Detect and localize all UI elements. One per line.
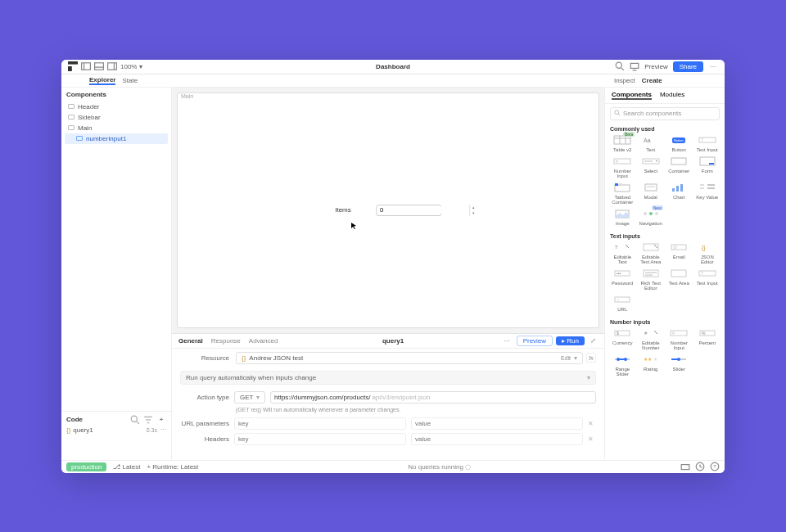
close-icon[interactable]: ✕ bbox=[588, 420, 596, 427]
tree-item-main[interactable]: Main bbox=[65, 123, 168, 133]
component-password[interactable]: •••Password bbox=[610, 268, 635, 291]
subbar: Explorer State Inspect Create bbox=[61, 74, 725, 88]
component-text-input[interactable]: TText Input bbox=[695, 268, 720, 291]
component-percent[interactable]: %Percent bbox=[695, 327, 720, 350]
url-input[interactable]: https://dummyjson.com/products/ api/v3/e… bbox=[270, 391, 596, 404]
svg-point-12 bbox=[131, 416, 137, 422]
runtime-indicator[interactable]: + Runtime: Latest bbox=[147, 463, 198, 471]
auto-run-select[interactable]: Run query automatically when inputs chan… bbox=[180, 371, 596, 385]
component-label: Text bbox=[646, 147, 655, 152]
component-image[interactable]: Image bbox=[610, 208, 635, 226]
tab-advanced[interactable]: Advanced bbox=[249, 337, 278, 345]
fx-button[interactable]: fx bbox=[586, 353, 596, 363]
param-key-input[interactable] bbox=[234, 417, 406, 430]
component-range-slider[interactable]: Range Slider bbox=[610, 354, 635, 376]
step-up-icon[interactable]: ▴ bbox=[470, 205, 478, 210]
component-tabbed-container[interactable]: Tabbed Container bbox=[610, 182, 635, 205]
more-icon[interactable]: ⋯ bbox=[708, 61, 718, 71]
search-icon[interactable] bbox=[130, 415, 140, 425]
component-number-input[interactable]: #Number Input bbox=[610, 156, 635, 178]
tree-item-sidebar[interactable]: Sidebar bbox=[65, 112, 168, 123]
svg-text:T: T bbox=[701, 138, 703, 142]
svg-point-48 bbox=[644, 212, 647, 215]
tab-create[interactable]: Create bbox=[642, 77, 662, 84]
component-container[interactable]: Container bbox=[666, 156, 692, 178]
component-rating[interactable]: ★★★Rating bbox=[639, 354, 664, 376]
component-text-input[interactable]: TText Input bbox=[695, 134, 720, 152]
env-chip[interactable]: production bbox=[66, 462, 106, 471]
tree-item-numberinput1[interactable]: numberInput1 bbox=[65, 133, 168, 144]
code-item-query1[interactable]: {} query1 0.3s⋯ bbox=[66, 425, 166, 435]
more-icon[interactable]: ⋯ bbox=[500, 337, 513, 345]
panel-left-icon[interactable] bbox=[81, 61, 91, 71]
canvas[interactable]: Main Items ▴ ▾ bbox=[177, 92, 599, 328]
component-search[interactable]: Search components bbox=[610, 107, 720, 120]
component-modal[interactable]: Modal bbox=[639, 182, 664, 205]
section-text-inputs: Text inputs bbox=[605, 231, 725, 241]
component-chart[interactable]: Chart bbox=[666, 182, 692, 205]
component-button[interactable]: ButtonButton bbox=[666, 134, 692, 152]
method-select[interactable]: GET▾ bbox=[234, 391, 265, 404]
tab-modules[interactable]: Modules bbox=[660, 91, 684, 100]
expand-icon[interactable]: ⤢ bbox=[588, 336, 598, 345]
component-url[interactable]: ://URL bbox=[610, 294, 635, 312]
close-icon[interactable]: ✕ bbox=[588, 435, 596, 443]
component-email[interactable]: @Email bbox=[666, 241, 692, 264]
svg-text:T: T bbox=[701, 271, 703, 276]
component-currency[interactable]: $Currency bbox=[610, 327, 635, 350]
header-key-input[interactable] bbox=[234, 433, 406, 445]
resource-select[interactable]: {} Andrew JSON test Edit ▾ bbox=[236, 352, 583, 364]
component-label: Image bbox=[616, 221, 630, 226]
number-input-field[interactable] bbox=[377, 206, 469, 214]
component-form[interactable]: Form bbox=[695, 156, 720, 178]
help-icon[interactable]: ? bbox=[710, 462, 720, 471]
more-icon[interactable]: ⋯ bbox=[160, 426, 166, 433]
component-label: Rating bbox=[644, 367, 657, 372]
edit-link[interactable]: Edit bbox=[561, 355, 571, 361]
component-rich-text-editor[interactable]: Rich Text Editor bbox=[639, 268, 664, 291]
preview-link[interactable]: Preview bbox=[644, 63, 667, 70]
component-key-value[interactable]: Key Value bbox=[695, 182, 720, 205]
share-button[interactable]: Share bbox=[673, 61, 703, 72]
tree-item-header[interactable]: Header bbox=[65, 101, 168, 112]
component-editable-text-area[interactable]: Editable Text Area bbox=[639, 241, 664, 264]
header-value-input[interactable] bbox=[411, 433, 583, 445]
tab-inspect[interactable]: Inspect bbox=[614, 77, 635, 84]
branch-indicator[interactable]: ⎇ Latest bbox=[113, 463, 140, 471]
input-icon bbox=[76, 136, 83, 141]
component-json-editor[interactable]: {}JSON Editor bbox=[695, 241, 720, 264]
keyboard-icon[interactable] bbox=[680, 462, 690, 471]
component-navigation[interactable]: NewNavigation bbox=[639, 208, 664, 226]
number-input[interactable]: ▴ ▾ bbox=[376, 205, 441, 216]
step-down-icon[interactable]: ▾ bbox=[470, 210, 478, 216]
tab-response[interactable]: Response bbox=[211, 337, 241, 345]
preview-icon[interactable] bbox=[630, 61, 639, 71]
component-slider[interactable]: Slider bbox=[666, 354, 692, 376]
panel-bottom-icon[interactable] bbox=[94, 61, 104, 71]
tab-general[interactable]: General bbox=[178, 337, 203, 345]
tab-components[interactable]: Components bbox=[612, 91, 652, 100]
tab-explorer[interactable]: Explorer bbox=[89, 76, 115, 85]
filter-icon[interactable] bbox=[143, 415, 153, 425]
panel-right-icon[interactable] bbox=[107, 61, 117, 71]
tab-state[interactable]: State bbox=[122, 77, 138, 84]
svg-point-75 bbox=[617, 358, 620, 361]
param-value-input[interactable] bbox=[411, 417, 583, 430]
search-icon[interactable] bbox=[615, 61, 625, 71]
component-text-area[interactable]: Text Area bbox=[666, 268, 692, 291]
app-logo-icon[interactable] bbox=[68, 61, 78, 71]
zoom-level[interactable]: 100% ▾ bbox=[120, 63, 142, 70]
component-table-v2[interactable]: BetaTable v2 bbox=[610, 134, 635, 152]
component-editable-number[interactable]: #Editable Number bbox=[639, 327, 664, 350]
plus-icon[interactable]: + bbox=[156, 415, 166, 425]
component-label: Select bbox=[644, 169, 657, 174]
run-button[interactable]: ▸ Run bbox=[556, 336, 585, 345]
history-icon[interactable] bbox=[695, 462, 705, 471]
component-thumb-icon bbox=[612, 182, 632, 193]
component-label: Rich Text Editor bbox=[639, 281, 664, 291]
preview-button[interactable]: Preview bbox=[517, 336, 553, 346]
component-editable-text[interactable]: TEditable Text bbox=[610, 241, 635, 264]
component-number-input[interactable]: #Number Input bbox=[666, 327, 692, 350]
component-select[interactable]: Select bbox=[639, 156, 664, 178]
component-text[interactable]: AaText bbox=[639, 134, 664, 152]
